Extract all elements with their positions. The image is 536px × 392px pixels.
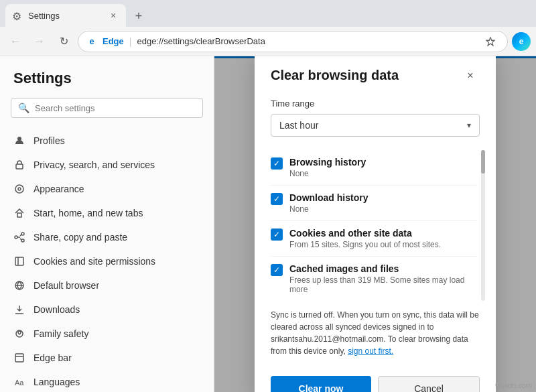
modal-title: Clear browsing data — [271, 68, 399, 83]
cached-label: Cached images and files — [289, 263, 477, 274]
download-history-sublabel: None — [289, 204, 477, 214]
svg-point-8 — [21, 239, 24, 242]
cached-sublabel: Frees up less than 319 MB. Some sites ma… — [289, 275, 477, 294]
share-icon — [13, 231, 25, 243]
tab-close-button[interactable]: × — [107, 9, 119, 21]
settings-tab-title: Settings — [28, 11, 102, 21]
default-browser-icon — [13, 279, 25, 291]
cached-content: Cached images and files Frees up less th… — [289, 263, 477, 294]
sidebar-item-profiles[interactable]: Profiles — [0, 129, 214, 153]
modal-buttons: Clear now Cancel — [271, 376, 480, 393]
browsing-history-sublabel: None — [289, 169, 477, 178]
profiles-icon — [13, 135, 25, 147]
dropdown-arrow-icon: ▾ — [467, 121, 471, 130]
sidebar-item-cookies[interactable]: Cookies and site permissions — [0, 249, 214, 273]
cookies-content: Cookies and other site data From 15 site… — [289, 228, 477, 249]
svg-point-3 — [15, 185, 23, 193]
tab-bar: ⚙ Settings × + — [0, 0, 536, 27]
options-container: ✓ Browsing history None ✓ — [271, 150, 480, 301]
sidebar-item-appearance[interactable]: Appearance — [0, 177, 214, 201]
edge-bar-label: Edge bar — [34, 352, 72, 363]
sidebar-item-downloads[interactable]: Downloads — [0, 298, 214, 322]
cookies-item: ✓ Cookies and other site data From 15 si… — [271, 221, 477, 257]
privacy-label: Privacy, search, and services — [34, 159, 155, 170]
time-range-label: Time range — [271, 99, 480, 109]
edge-label: Edge — [103, 36, 124, 46]
sidebar-item-default-browser[interactable]: Default browser — [0, 273, 214, 298]
sidebar-item-share[interactable]: Share, copy and paste — [0, 225, 214, 249]
appearance-label: Appearance — [34, 184, 84, 194]
sidebar: Settings 🔍 Profiles Privacy, search, and… — [0, 56, 214, 392]
search-input[interactable] — [35, 103, 196, 113]
svg-text:Aa: Aa — [15, 379, 24, 387]
address-bar-actions — [482, 33, 499, 50]
sidebar-item-start-home[interactable]: Start, home, and new tabs — [0, 201, 214, 225]
cached-checkbox[interactable]: ✓ — [271, 264, 283, 276]
search-box[interactable]: 🔍 — [11, 98, 203, 118]
family-icon — [13, 328, 25, 340]
address-bar[interactable]: e Edge | edge://settings/clearBrowserDat… — [78, 31, 508, 52]
svg-point-6 — [15, 236, 17, 239]
sidebar-item-privacy[interactable]: Privacy, search, and services — [0, 153, 214, 177]
forward-button[interactable]: → — [29, 31, 50, 52]
favorites-icon[interactable] — [482, 33, 499, 50]
sidebar-item-edge-bar[interactable]: Edge bar — [0, 346, 214, 370]
appearance-icon — [13, 183, 25, 195]
url-divider: | — [129, 36, 132, 47]
browsing-history-label: Browsing history — [289, 157, 477, 168]
start-home-label: Start, home, and new tabs — [34, 208, 143, 218]
clear-browsing-data-modal: Clear browsing data × Time range Last ho… — [255, 56, 496, 392]
sidebar-item-languages[interactable]: Aa Languages — [0, 370, 214, 392]
download-history-label: Download history — [289, 192, 477, 203]
cookies-sublabel: From 15 sites. Signs you out of most sit… — [289, 240, 477, 249]
edge-profile-icon[interactable]: e — [512, 32, 531, 51]
sidebar-item-family[interactable]: Family safety — [0, 322, 214, 346]
clear-now-button[interactable]: Clear now — [271, 376, 371, 393]
share-label: Share, copy and paste — [34, 232, 127, 243]
scroll-thumb[interactable] — [481, 150, 485, 174]
search-icon: 🔍 — [18, 103, 29, 113]
browsing-history-checkbox[interactable]: ✓ — [271, 157, 283, 170]
download-history-checkbox[interactable]: ✓ — [271, 193, 283, 205]
browser-frame: ⚙ Settings × + ← → ↻ e Edge | edge://set… — [0, 0, 536, 392]
refresh-icon: ↻ — [60, 35, 68, 48]
privacy-icon — [13, 159, 25, 171]
back-icon: ← — [10, 36, 21, 48]
toolbar-right: e — [512, 32, 531, 51]
default-browser-label: Default browser — [34, 280, 99, 291]
download-history-content: Download history None — [289, 192, 477, 214]
svg-marker-0 — [486, 37, 494, 45]
svg-rect-14 — [15, 354, 23, 362]
watermark: wsxdn.com — [495, 381, 532, 389]
settings-tab[interactable]: ⚙ Settings × — [5, 4, 126, 27]
content-area: Clear browsing data × Time range Last ho… — [214, 56, 536, 392]
profiles-label: Profiles — [34, 135, 65, 146]
svg-rect-2 — [16, 164, 23, 169]
time-range-dropdown[interactable]: Last hour ▾ — [271, 114, 480, 137]
cookies-checkbox[interactable]: ✓ — [271, 228, 283, 241]
cookies-label: Cookies and site permissions — [34, 256, 155, 267]
forward-icon: → — [34, 36, 45, 48]
browsing-history-content: Browsing history None — [289, 157, 477, 178]
cancel-button[interactable]: Cancel — [378, 376, 480, 393]
downloads-label: Downloads — [34, 304, 80, 315]
browsing-history-item: ✓ Browsing history None — [271, 150, 477, 186]
modal-close-button[interactable]: × — [461, 66, 480, 85]
cookies-icon — [13, 255, 25, 267]
checkbox-list: ✓ Browsing history None ✓ — [271, 150, 480, 301]
start-home-icon — [13, 207, 25, 219]
download-history-item: ✓ Download history None — [271, 186, 477, 221]
svg-rect-9 — [15, 257, 23, 265]
new-tab-button[interactable]: + — [129, 5, 149, 27]
sidebar-title: Settings — [0, 70, 214, 98]
sign-out-link[interactable]: sign out first. — [348, 346, 393, 356]
refresh-button[interactable]: ↻ — [54, 31, 74, 52]
time-range-value: Last hour — [279, 120, 318, 131]
cached-item: ✓ Cached images and files Frees up less … — [271, 257, 477, 301]
settings-tab-icon: ⚙ — [12, 10, 23, 21]
svg-point-4 — [18, 188, 21, 190]
languages-icon: Aa — [13, 376, 25, 388]
cookies-label: Cookies and other site data — [289, 228, 477, 239]
back-button[interactable]: ← — [5, 31, 25, 52]
svg-rect-5 — [17, 213, 21, 217]
